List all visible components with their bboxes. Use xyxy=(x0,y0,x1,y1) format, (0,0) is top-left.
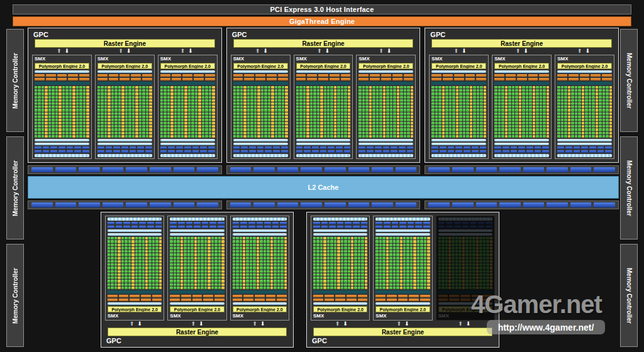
core-cell xyxy=(341,273,343,276)
core-cell xyxy=(320,260,323,263)
core-cell xyxy=(466,135,469,138)
texture-segment xyxy=(602,78,612,80)
sfu-cell xyxy=(72,92,75,95)
sfu-cell xyxy=(334,106,336,108)
core-cell xyxy=(344,280,347,282)
core-cell xyxy=(181,132,184,135)
sfu-cell xyxy=(442,109,445,111)
core-cell xyxy=(330,106,333,108)
sfu-cell xyxy=(159,244,162,246)
sfu-cell xyxy=(159,270,162,273)
sfu-cell xyxy=(490,277,492,279)
sfu-cell xyxy=(284,247,287,250)
core-cell xyxy=(170,250,172,253)
core-cell xyxy=(522,89,525,92)
core-cell xyxy=(424,253,426,256)
sfu-cell xyxy=(547,96,550,99)
core-cell xyxy=(406,237,409,239)
core-cell xyxy=(170,240,172,243)
core-cell xyxy=(393,250,396,253)
core-cell xyxy=(240,125,243,128)
core-cell xyxy=(104,102,107,105)
core-cell xyxy=(187,267,190,269)
sfu-cell xyxy=(270,270,273,273)
sfu-cell xyxy=(351,237,353,239)
core-cell xyxy=(445,109,448,111)
sfu-cell xyxy=(400,240,402,243)
core-cell xyxy=(128,287,131,289)
core-cell xyxy=(313,273,316,276)
sfu-cell xyxy=(383,135,386,138)
sfu-cell xyxy=(58,116,62,118)
core-cell xyxy=(473,125,476,128)
core-cell xyxy=(236,247,238,250)
sfu-cell xyxy=(257,102,260,105)
core-cell xyxy=(438,135,441,138)
core-cell xyxy=(191,116,194,118)
core-cell xyxy=(38,99,41,102)
core-cell xyxy=(236,280,238,282)
core-cell xyxy=(139,128,142,131)
core-cell xyxy=(299,125,303,128)
sfu-cell xyxy=(400,263,402,266)
core-cell xyxy=(278,89,280,92)
sfu-cell xyxy=(490,273,492,276)
sfu-cell xyxy=(72,116,75,118)
core-cell xyxy=(327,260,330,263)
core-cell xyxy=(155,263,158,266)
core-cell xyxy=(540,122,542,124)
core-cell xyxy=(197,267,200,269)
sfu-cell xyxy=(285,109,288,111)
core-cell xyxy=(111,122,114,124)
core-cell xyxy=(55,132,58,135)
sfu-cell xyxy=(533,99,535,102)
sfu-cell xyxy=(149,128,152,131)
core-cell xyxy=(69,106,72,108)
core-cell xyxy=(483,283,486,286)
core-cell xyxy=(382,247,385,250)
core-cell xyxy=(128,280,131,282)
sfu-cell xyxy=(348,135,351,138)
texture-segment xyxy=(335,295,345,297)
texture-segment xyxy=(398,295,408,297)
interconnect-bar xyxy=(438,217,492,221)
core-cell xyxy=(320,237,323,239)
sfu-cell xyxy=(320,99,323,102)
core-cell xyxy=(236,263,238,266)
core-cell xyxy=(379,280,382,282)
core-cell xyxy=(508,116,511,118)
core-cell xyxy=(479,237,482,239)
sfu-cell xyxy=(180,250,183,253)
core-cell xyxy=(296,128,299,131)
core-cell xyxy=(334,244,336,246)
core-cell xyxy=(142,109,145,111)
sfu-cell xyxy=(427,240,430,243)
core-cell xyxy=(494,122,497,124)
down-arrow-icon: ⬇ xyxy=(126,48,131,54)
sfu-cell xyxy=(271,92,274,95)
texture-segment xyxy=(296,78,306,80)
texture-segment xyxy=(347,299,357,301)
scheduler-bar xyxy=(233,70,288,73)
sfu-cell xyxy=(582,119,585,121)
core-cell xyxy=(393,283,396,286)
core-cell xyxy=(494,86,497,89)
load-store-segment xyxy=(106,150,113,153)
core-cell xyxy=(104,119,107,121)
core-cell xyxy=(361,247,364,250)
sfu-cell xyxy=(533,116,535,118)
core-cell xyxy=(341,102,343,105)
l2-segment xyxy=(499,202,521,207)
raster-smx-arrows: ⬆⬇⬆⬇⬆⬇ xyxy=(231,48,416,55)
sfu-cell xyxy=(243,263,245,266)
sfu-cell xyxy=(596,89,598,92)
core-cell xyxy=(267,277,269,279)
core-cell xyxy=(420,253,423,256)
core-cell xyxy=(152,277,155,279)
sfu-cell xyxy=(270,267,273,269)
core-cell xyxy=(452,280,454,282)
core-cell xyxy=(396,280,399,282)
core-cell xyxy=(375,240,378,243)
core-cell xyxy=(403,263,406,266)
core-cell xyxy=(494,92,497,95)
